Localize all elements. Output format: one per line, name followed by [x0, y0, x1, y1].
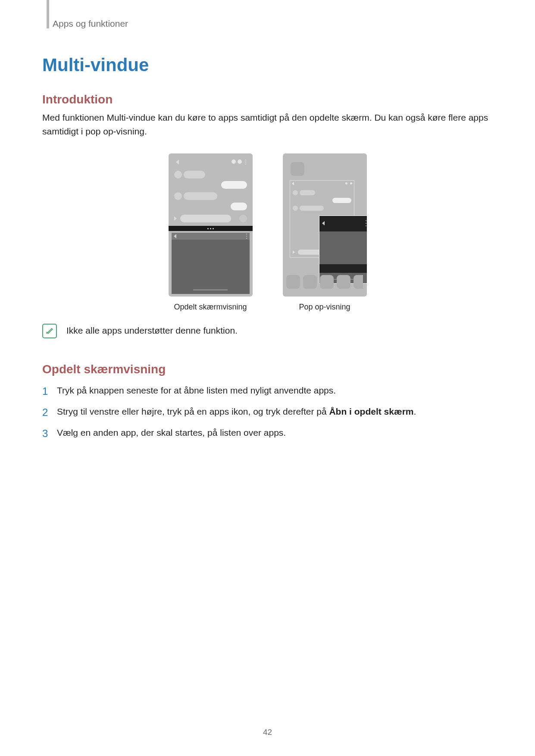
note-icon — [42, 324, 57, 338]
kebab-menu-icon — [245, 234, 248, 239]
step-item: 3 Vælg en anden app, der skal startes, p… — [42, 426, 493, 441]
chat-bubble — [184, 192, 217, 200]
page-title: Multi-vindue — [42, 55, 493, 75]
indicator-dot-icon — [238, 159, 242, 164]
step-text: Tryk på knappen seneste for at åbne list… — [57, 385, 336, 395]
app-tile-icon — [337, 275, 350, 289]
note-text: Ikke alle apps understøtter denne funkti… — [66, 324, 238, 336]
breadcrumb: Apps og funktioner — [53, 19, 493, 29]
avatar-icon — [174, 192, 182, 200]
split-handle-icon — [169, 226, 253, 231]
popup-strip — [319, 264, 367, 273]
indicator-dots-icon — [345, 182, 352, 185]
caption-split: Opdelt skærmvisning — [174, 303, 247, 312]
chevron-right-icon — [174, 216, 177, 221]
input-pill — [180, 215, 231, 222]
avatar-icon — [293, 206, 298, 211]
app-tile-icon — [320, 275, 334, 289]
nav-bar-icon — [193, 289, 228, 291]
avatar-icon — [293, 190, 298, 195]
caption-popup: Pop op-visning — [299, 303, 350, 312]
app-tile-icon — [303, 275, 317, 289]
home-dock — [283, 275, 367, 293]
popup-window — [319, 216, 367, 284]
chat-bubble — [300, 190, 315, 195]
header-vertical-rule — [47, 0, 49, 28]
step-text: Vælg en anden app, der skal startes, på … — [57, 428, 286, 437]
app-tile-icon — [286, 275, 300, 289]
chat-bubble — [221, 181, 247, 189]
step-item: 2 Stryg til venstre eller højre, tryk på… — [42, 405, 493, 420]
chevron-right-icon — [293, 250, 295, 254]
chevron-left-icon — [174, 234, 176, 238]
step-text: . — [413, 406, 416, 416]
chat-bubble — [231, 203, 247, 210]
indicator-dot-icon — [232, 159, 236, 164]
illustration-popup-view — [283, 153, 367, 297]
step-item: 1 Tryk på knappen seneste for at åbne li… — [42, 384, 493, 399]
chat-bubble — [332, 198, 351, 203]
chevron-left-icon — [292, 182, 294, 185]
illustration-split-screen — [169, 153, 253, 297]
chevron-left-icon — [176, 159, 179, 165]
section-split-heading: Opdelt skærmvisning — [42, 362, 493, 376]
steps-list: 1 Tryk på knappen seneste for at åbne li… — [42, 384, 493, 441]
send-icon — [239, 215, 247, 222]
step-text-bold: Åbn i opdelt skærm — [329, 406, 413, 416]
app-tile-icon — [291, 162, 304, 176]
step-number: 1 — [42, 384, 51, 399]
illustration-row: Opdelt skærmvisning — [42, 153, 493, 312]
section-introduction-heading: Introduktion — [42, 93, 493, 106]
avatar-icon — [174, 171, 182, 178]
chevron-left-icon — [322, 221, 325, 225]
step-number: 2 — [42, 405, 51, 420]
step-number: 3 — [42, 426, 51, 441]
page-number: 42 — [0, 728, 535, 737]
app-tile-icon — [354, 275, 363, 289]
introduction-text: Med funktionen Multi-vindue kan du køre … — [42, 111, 493, 138]
step-text: Stryg til venstre eller højre, tryk på e… — [57, 406, 329, 416]
chat-bubble — [300, 206, 324, 211]
kebab-menu-icon — [365, 220, 367, 226]
chat-bubble — [184, 171, 205, 178]
note-block: Ikke alle apps understøtter denne funkti… — [42, 324, 493, 338]
kebab-menu-icon — [244, 159, 247, 165]
